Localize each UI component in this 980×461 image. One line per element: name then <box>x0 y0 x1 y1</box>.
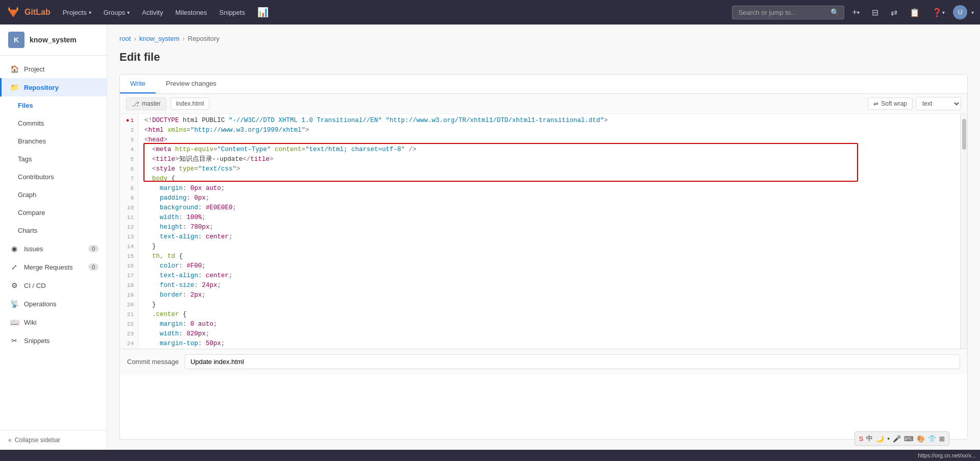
breadcrumb-root[interactable]: root <box>119 35 131 42</box>
sidebar-item-charts-label: Charts <box>18 227 37 234</box>
ime-chinese[interactable]: 中 <box>866 434 873 443</box>
ime-dot[interactable]: • <box>887 435 890 443</box>
sidebar-nav: 🏠 Project 📁 Repository Files Commits Bra… <box>0 56 107 430</box>
breadcrumb-project[interactable]: know_system <box>139 35 180 42</box>
code-line: margin-top: 50px; <box>144 339 954 349</box>
ime-paint-icon[interactable]: 🎨 <box>917 435 925 443</box>
help-button[interactable]: ❓▾ <box>928 6 949 19</box>
commit-message-input[interactable] <box>185 354 960 369</box>
code-line: th, td { <box>144 252 954 261</box>
ime-shirt-icon[interactable]: 👕 <box>928 435 936 443</box>
sidebar-item-cicd[interactable]: ⚙ CI / CD <box>0 276 107 295</box>
ime-grid-icon[interactable]: ⊞ <box>939 435 945 443</box>
commit-bar: Commit message <box>120 349 967 374</box>
sidebar-item-project[interactable]: 🏠 Project <box>0 60 107 78</box>
sidebar-item-issues-label: Issues <box>24 245 43 253</box>
ime-moon-icon[interactable]: 🌙 <box>876 435 884 443</box>
sidebar-item-charts[interactable]: Charts <box>0 222 107 239</box>
nav-activity[interactable]: Activity <box>138 7 167 18</box>
sidebar-item-operations[interactable]: 📡 Operations <box>0 295 107 313</box>
code-content[interactable]: <!DOCTYPE html PUBLIC "-//W3C//DTD XHTML… <box>138 114 960 349</box>
code-line: padding: 0px; <box>144 193 954 203</box>
editor-scrollbar[interactable] <box>960 114 967 349</box>
code-line: <title>知识点目录--update</title> <box>144 155 954 164</box>
sidebar-item-compare[interactable]: Compare <box>0 204 107 222</box>
brand-name: GitLab <box>24 8 51 17</box>
nav-groups[interactable]: Groups ▾ <box>100 7 134 18</box>
navbar-right: 🔍 + ▾ ⊟ ⇄ 📋 ❓▾ U ▾ <box>732 5 974 19</box>
avatar: K <box>8 32 24 48</box>
main-layout: K know_system 🏠 Project 📁 Repository Fil… <box>0 25 980 450</box>
sidebar-item-branches-label: Branches <box>18 137 46 145</box>
scrollbar-thumb[interactable] <box>962 119 966 150</box>
nav-chart-icon[interactable]: 📊 <box>253 5 273 20</box>
nav-milestones[interactable]: Milestones <box>171 7 211 18</box>
error-icon: ● <box>126 116 130 125</box>
code-line: margin: 0 auto; <box>144 320 954 329</box>
collapse-sidebar-button[interactable]: « Collapse sidebar <box>0 430 107 450</box>
sidebar-item-wiki[interactable]: 📖 Wiki <box>0 313 107 331</box>
sidebar-item-commits[interactable]: Commits <box>0 114 107 132</box>
sidebar-item-graph[interactable]: Graph <box>0 186 107 204</box>
sidebar-item-commits-label: Commits <box>18 119 44 127</box>
breadcrumb-current: Repository <box>188 35 219 42</box>
merge-icon[interactable]: ⇄ <box>887 6 901 19</box>
user-avatar[interactable]: U <box>953 5 967 19</box>
sidebar-item-branches[interactable]: Branches <box>0 132 107 150</box>
toolbar-right: ⇌ Soft wrap texthtmlcssjavascript <box>868 97 961 110</box>
merge-request-icon: ⤢ <box>10 263 19 271</box>
code-line: } <box>144 242 954 252</box>
code-line: <!DOCTYPE html PUBLIC "-//W3C//DTD XHTML… <box>144 116 954 126</box>
sidebar-item-graph-label: Graph <box>18 191 36 199</box>
branch-selector[interactable]: ⎇ master <box>126 98 166 110</box>
sidebar-project-header: K know_system <box>0 25 107 56</box>
svg-marker-5 <box>8 7 10 10</box>
sidebar-item-files-label: Files <box>18 102 33 109</box>
chevron-down-icon: ▾ <box>857 10 860 15</box>
soft-wrap-button[interactable]: ⇌ Soft wrap <box>868 98 913 110</box>
code-line: margin: 0px auto; <box>144 184 954 193</box>
sidebar-item-files[interactable]: Files <box>0 96 107 114</box>
ime-keyboard-icon[interactable]: ⌨ <box>904 435 914 443</box>
sidebar-item-repository[interactable]: 📁 Repository <box>0 78 107 96</box>
code-line: text-align: center; <box>144 271 954 281</box>
dock-icon[interactable]: ⊟ <box>868 6 883 19</box>
nav-snippets[interactable]: Snippets <box>215 7 250 18</box>
status-url: https://org.cn.net/xx/x... <box>918 452 976 458</box>
page-title: Edit file <box>119 51 968 64</box>
tab-preview[interactable]: Preview changes <box>156 75 227 93</box>
file-name-badge: index.html <box>170 98 210 110</box>
ime-mic-icon[interactable]: 🎤 <box>893 435 901 443</box>
nav-projects[interactable]: Projects ▾ <box>59 7 95 18</box>
code-line: text-align: center; <box>144 232 954 242</box>
code-editor[interactable]: ●1 2 3 4 5 6 7 8 9 10 11 12 13 14 15 16 <box>120 114 967 349</box>
breadcrumb: root › know_system › Repository <box>119 35 968 42</box>
sidebar-item-project-label: Project <box>24 65 44 73</box>
commit-message-label: Commit message <box>127 358 179 366</box>
home-icon: 🏠 <box>10 65 19 73</box>
code-line: .center { <box>144 310 954 320</box>
ime-logo[interactable]: S <box>859 435 864 443</box>
search-icon: 🔍 <box>830 8 839 16</box>
sidebar-item-snippets[interactable]: ✂ Snippets <box>0 331 107 350</box>
brand[interactable]: GitLab <box>6 5 51 19</box>
sidebar-item-merge-requests[interactable]: ⤢ Merge Requests 0 <box>0 258 107 276</box>
svg-marker-6 <box>16 7 18 10</box>
plus-button[interactable]: + ▾ <box>848 6 864 19</box>
editor-toolbar: ⎇ master index.html ⇌ Soft wrap texthtml… <box>120 94 967 114</box>
sidebar-item-tags[interactable]: Tags <box>0 150 107 168</box>
tab-write[interactable]: Write <box>120 75 156 93</box>
sidebar-item-issues[interactable]: ◉ Issues 0 <box>0 239 107 258</box>
status-right: https://org.cn.net/xx/x... <box>918 452 976 458</box>
clipboard-icon[interactable]: 📋 <box>905 6 924 19</box>
sidebar-item-wiki-label: Wiki <box>24 319 37 326</box>
search-input[interactable] <box>732 6 844 19</box>
sidebar-item-operations-label: Operations <box>24 300 57 308</box>
wrap-icon: ⇌ <box>873 100 878 107</box>
code-line: } <box>144 300 954 310</box>
sidebar-item-cicd-label: CI / CD <box>24 282 46 289</box>
mode-select[interactable]: texthtmlcssjavascript <box>916 97 961 110</box>
sidebar-item-contributors[interactable]: Contributors <box>0 168 107 186</box>
chevron-down-icon: ▾ <box>971 10 974 15</box>
ime-toolbar: S 中 🌙 • 🎤 ⌨ 🎨 👕 ⊞ <box>854 431 949 446</box>
